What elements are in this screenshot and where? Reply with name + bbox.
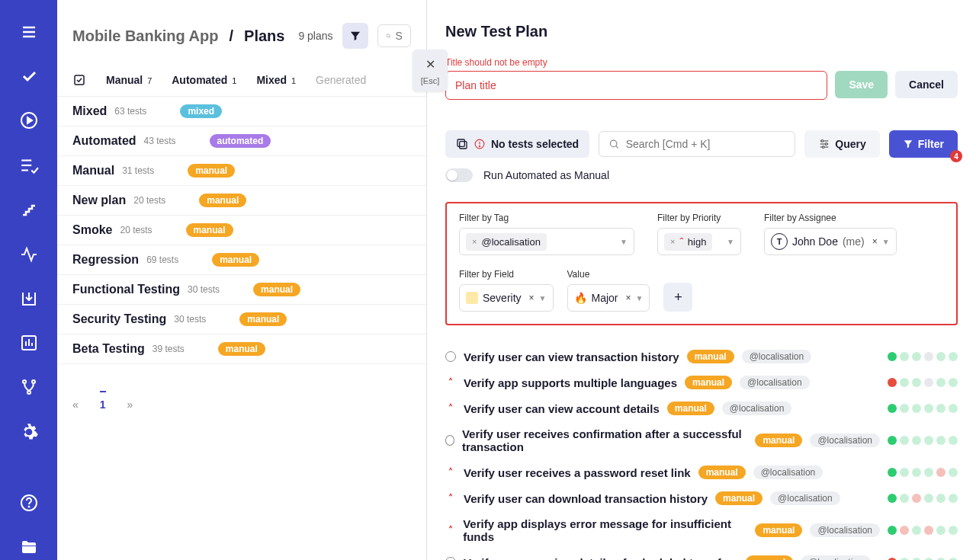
expand-icon[interactable]	[445, 435, 454, 446]
run-auto-as-manual-toggle[interactable]	[445, 168, 473, 182]
plan-row[interactable]: New plan20 testsmanual	[57, 186, 426, 216]
filter-priority-select[interactable]: ×ˆhigh ▼	[657, 228, 741, 255]
chevron-up-icon[interactable]: ˄	[445, 377, 456, 388]
add-filter-button[interactable]: +	[663, 283, 692, 312]
test-title: Verify app supports multiple languages	[464, 376, 677, 389]
plan-title-input[interactable]	[445, 71, 827, 100]
test-type-chip: manual	[667, 402, 714, 415]
test-row[interactable]: ˄Verify app supports multiple languagesm…	[445, 370, 958, 395]
plan-row[interactable]: Manual31 testsmanual	[57, 156, 426, 186]
page-current[interactable]: 1	[100, 391, 106, 411]
new-plan-panel: New Test Plan Title should not be empty …	[427, 0, 976, 560]
cancel-button[interactable]: Cancel	[895, 71, 958, 98]
plan-test-count: 20 tests	[120, 225, 152, 235]
test-search-input[interactable]	[626, 138, 786, 150]
test-row[interactable]: Verify user can view details of schedule…	[445, 549, 958, 560]
plan-row[interactable]: Regression69 testsmanual	[57, 245, 426, 275]
plan-test-count: 69 tests	[146, 254, 178, 265]
selection-pill[interactable]: No tests selected	[445, 130, 589, 158]
test-row[interactable]: ˄Verify app displays error message for i…	[445, 511, 958, 549]
plan-test-count: 30 tests	[188, 284, 220, 295]
activity-icon[interactable]	[19, 245, 39, 264]
plan-type-chip: automated	[210, 134, 271, 148]
filter-tag-label: Filter by Tag	[459, 213, 634, 223]
tab-manual[interactable]: Manual 7	[106, 74, 152, 86]
expand-icon[interactable]	[445, 351, 456, 362]
plan-row[interactable]: Security Testing30 testsmanual	[57, 305, 426, 334]
branch-icon[interactable]	[19, 378, 39, 396]
chevron-up-icon[interactable]: ˄	[445, 493, 456, 504]
play-circle-icon[interactable]	[19, 111, 39, 130]
status-dot	[936, 378, 946, 387]
status-dot	[912, 436, 921, 445]
status-dot	[924, 352, 933, 361]
status-dots	[888, 404, 958, 413]
status-dot	[900, 526, 909, 535]
main-sidebar: T	[0, 0, 57, 560]
filter-value-select[interactable]: 🔥 Major × ▼	[567, 284, 650, 312]
steps-icon[interactable]	[19, 201, 39, 219]
gear-icon[interactable]	[19, 422, 39, 442]
status-dot	[900, 352, 909, 361]
search-box[interactable]	[377, 24, 411, 47]
close-drawer-button[interactable]: ✕ [Esc]	[413, 50, 448, 91]
toggle-label: Run Automated as Manual	[483, 169, 609, 181]
remove-value-icon[interactable]: ×	[626, 293, 631, 303]
test-type-chip: manual	[685, 376, 732, 389]
search-input[interactable]	[395, 30, 403, 42]
help-icon[interactable]	[19, 494, 39, 512]
test-row[interactable]: ˄Verify user receives a password reset l…	[445, 459, 958, 485]
test-tag: @localisation	[770, 491, 840, 505]
test-row[interactable]: ˄Verify user can view account detailsman…	[445, 395, 958, 421]
plan-row[interactable]: Functional Testing30 testsmanual	[57, 275, 426, 305]
test-type-chip: manual	[687, 350, 734, 363]
svg-point-25	[479, 146, 480, 146]
status-dot	[924, 404, 933, 413]
check-icon[interactable]	[19, 67, 39, 85]
plan-type-chip: mixed	[180, 104, 222, 118]
remove-priority-icon[interactable]: ×	[670, 237, 675, 246]
remove-field-icon[interactable]: ×	[529, 293, 535, 303]
expand-icon[interactable]	[445, 557, 456, 560]
save-button[interactable]: Save	[835, 71, 888, 98]
remove-assignee-icon[interactable]: ×	[872, 236, 878, 247]
breadcrumb-app[interactable]: Mobile Banking App	[72, 27, 218, 45]
test-type-chip: manual	[755, 523, 802, 537]
import-icon[interactable]	[19, 290, 39, 308]
chevron-up-icon[interactable]: ˄	[445, 403, 456, 414]
tab-generated[interactable]: Generated	[316, 74, 366, 86]
filter-button[interactable]	[342, 23, 368, 49]
chevron-up-icon[interactable]: ˄	[445, 467, 456, 478]
title-error: Title should not be empty	[445, 57, 958, 68]
filter-field-select[interactable]: Severity × ▼	[459, 284, 554, 312]
tab-automated[interactable]: Automated 1	[172, 74, 236, 86]
severity-icon	[466, 292, 478, 304]
filter-assignee-select[interactable]: T John Doe (me) × ▼	[764, 228, 897, 255]
svg-point-18	[387, 34, 390, 37]
chart-icon[interactable]	[19, 334, 39, 352]
menu-icon[interactable]	[19, 23, 39, 41]
test-row[interactable]: Verify user receives confirmation after …	[445, 421, 958, 459]
test-row[interactable]: Verify user can view transaction history…	[445, 344, 958, 370]
folder-icon[interactable]	[19, 538, 39, 556]
checklist-icon[interactable]	[72, 73, 86, 87]
remove-tag-icon[interactable]: ×	[472, 237, 477, 246]
plan-row[interactable]: Mixed63 testsmixed	[57, 97, 426, 126]
test-row[interactable]: ˄Verify user can download transaction hi…	[445, 485, 958, 511]
playlist-check-icon[interactable]	[19, 155, 39, 175]
query-button[interactable]: Query	[804, 130, 879, 158]
status-dot	[912, 494, 921, 503]
filter-tag-select[interactable]: ×@localisation ▼	[459, 228, 634, 255]
page-prev[interactable]: «	[72, 398, 79, 411]
sliders-icon	[818, 138, 830, 150]
tab-mixed[interactable]: Mixed 1	[256, 74, 296, 86]
plan-row[interactable]: Automated43 testsautomated	[57, 126, 426, 156]
plan-row[interactable]: Smoke20 testsmanual	[57, 216, 426, 245]
page-next[interactable]: »	[127, 398, 133, 411]
chevron-up-icon[interactable]: ˄	[445, 525, 455, 536]
test-tag: @localisation	[740, 376, 810, 389]
plan-row[interactable]: Beta Testing39 testsmanual	[57, 334, 426, 364]
filter-field-label: Filter by Field	[459, 269, 554, 280]
filter-toggle-button[interactable]: Filter 4	[889, 130, 958, 158]
test-search[interactable]	[599, 131, 795, 157]
